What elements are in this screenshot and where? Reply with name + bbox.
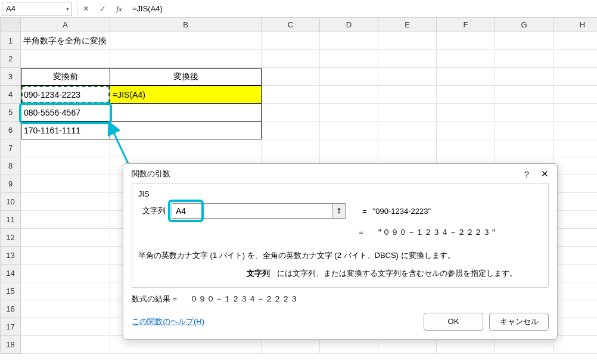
col-head-b[interactable]: B	[110, 18, 262, 32]
row-head-11[interactable]: 11	[1, 211, 21, 229]
cell-d5[interactable]	[320, 104, 378, 122]
cell-h3[interactable]	[554, 68, 597, 86]
row-head-6[interactable]: 6	[1, 122, 21, 139]
cell-f3[interactable]	[437, 68, 495, 86]
cell-h15[interactable]	[554, 282, 597, 300]
row-head-4[interactable]: 4	[1, 86, 21, 104]
cell-e5[interactable]	[378, 104, 437, 122]
cell-d2[interactable]	[320, 50, 378, 68]
col-head-c[interactable]: C	[262, 18, 320, 32]
cell-b1[interactable]	[110, 32, 262, 50]
cell-a14[interactable]	[21, 265, 110, 282]
row-head-5[interactable]: 5	[1, 104, 21, 122]
col-head-h[interactable]: H	[554, 18, 597, 32]
cell-e1[interactable]	[378, 32, 437, 50]
cell-a10[interactable]	[21, 193, 110, 211]
cell-c6[interactable]	[262, 122, 320, 139]
cell-h14[interactable]	[554, 265, 597, 282]
cell-g4[interactable]	[495, 86, 554, 104]
cell-e7[interactable]	[378, 139, 437, 157]
cell-h18[interactable]	[554, 336, 597, 354]
cell-a2[interactable]	[21, 50, 110, 68]
row-head-15[interactable]: 15	[1, 282, 21, 300]
cell-d1[interactable]	[320, 32, 378, 50]
cell-a13[interactable]	[21, 247, 110, 265]
cell-d4[interactable]	[320, 86, 378, 104]
row-head-18[interactable]: 18	[1, 336, 21, 354]
col-head-a[interactable]: A	[21, 18, 110, 32]
cell-a15[interactable]	[21, 282, 110, 300]
cell-h17[interactable]	[554, 318, 597, 336]
cell-e2[interactable]	[378, 50, 437, 68]
cell-f4[interactable]	[437, 86, 495, 104]
cell-g3[interactable]	[495, 68, 554, 86]
cell-a11[interactable]	[21, 211, 110, 229]
row-head-10[interactable]: 10	[1, 193, 21, 211]
row-head-1[interactable]: 1	[1, 32, 21, 50]
row-head-9[interactable]: 9	[1, 175, 21, 193]
cell-h7[interactable]	[554, 139, 597, 157]
cell-c3[interactable]	[262, 68, 320, 86]
argument-input[interactable]	[172, 203, 332, 219]
cell-h8[interactable]	[554, 157, 597, 175]
cell-b7[interactable]	[110, 139, 262, 157]
cell-f1[interactable]	[437, 32, 495, 50]
cell-a1[interactable]: 半角数字を全角に変換	[21, 32, 110, 50]
cell-e4[interactable]	[378, 86, 437, 104]
cell-g2[interactable]	[495, 50, 554, 68]
col-head-g[interactable]: G	[495, 18, 554, 32]
cell-g5[interactable]	[495, 104, 554, 122]
cell-c7[interactable]	[262, 139, 320, 157]
insert-function-button[interactable]: fx	[111, 2, 128, 16]
cell-d3[interactable]	[320, 68, 378, 86]
select-all-corner[interactable]	[1, 18, 21, 32]
name-box[interactable]: A4 ▾	[2, 2, 72, 16]
cell-a17[interactable]	[21, 318, 110, 336]
cell-a3[interactable]: 変換前	[21, 68, 110, 86]
cancel-button[interactable]: キャンセル	[489, 313, 549, 331]
cell-g1[interactable]	[495, 32, 554, 50]
col-head-d[interactable]: D	[320, 18, 378, 32]
cell-h4[interactable]	[554, 86, 597, 104]
cell-h13[interactable]	[554, 247, 597, 265]
cell-b5[interactable]	[110, 104, 262, 122]
cell-c5[interactable]	[262, 104, 320, 122]
cell-h12[interactable]	[554, 229, 597, 247]
cell-g7[interactable]	[495, 139, 554, 157]
cell-a8[interactable]	[21, 157, 110, 175]
row-head-2[interactable]: 2	[1, 50, 21, 68]
dialog-help-button[interactable]: ?	[524, 169, 529, 179]
function-help-link[interactable]: この関数のヘルプ(H)	[132, 316, 204, 327]
ok-button[interactable]: OK	[424, 313, 483, 331]
cell-h9[interactable]	[554, 175, 597, 193]
cell-h1[interactable]	[554, 32, 597, 50]
cell-h11[interactable]	[554, 211, 597, 229]
cell-a12[interactable]	[21, 229, 110, 247]
cell-a18[interactable]	[21, 336, 110, 354]
cell-h6[interactable]	[554, 122, 597, 139]
cell-c1[interactable]	[262, 32, 320, 50]
cell-d6[interactable]	[320, 122, 378, 139]
row-head-12[interactable]: 12	[1, 229, 21, 247]
row-head-8[interactable]: 8	[1, 157, 21, 175]
col-head-f[interactable]: F	[437, 18, 495, 32]
cell-b3[interactable]: 変換後	[110, 68, 262, 86]
row-head-7[interactable]: 7	[1, 139, 21, 157]
cell-g6[interactable]	[495, 122, 554, 139]
cell-b4[interactable]: =JIS(A4)	[110, 86, 262, 104]
cell-f2[interactable]	[437, 50, 495, 68]
cell-f7[interactable]	[437, 139, 495, 157]
row-head-3[interactable]: 3	[1, 68, 21, 86]
cell-b2[interactable]	[110, 50, 262, 68]
cell-e6[interactable]	[378, 122, 437, 139]
cell-c2[interactable]	[262, 50, 320, 68]
cell-a6[interactable]: 170-1161-1111	[21, 122, 110, 139]
cell-c4[interactable]	[262, 86, 320, 104]
cell-h5[interactable]	[554, 104, 597, 122]
row-head-16[interactable]: 16	[1, 300, 21, 318]
cell-a9[interactable]	[21, 175, 110, 193]
cell-b6[interactable]	[110, 122, 262, 139]
row-head-17[interactable]: 17	[1, 318, 21, 336]
dialog-close-button[interactable]: ✕	[541, 169, 549, 179]
row-head-14[interactable]: 14	[1, 265, 21, 282]
